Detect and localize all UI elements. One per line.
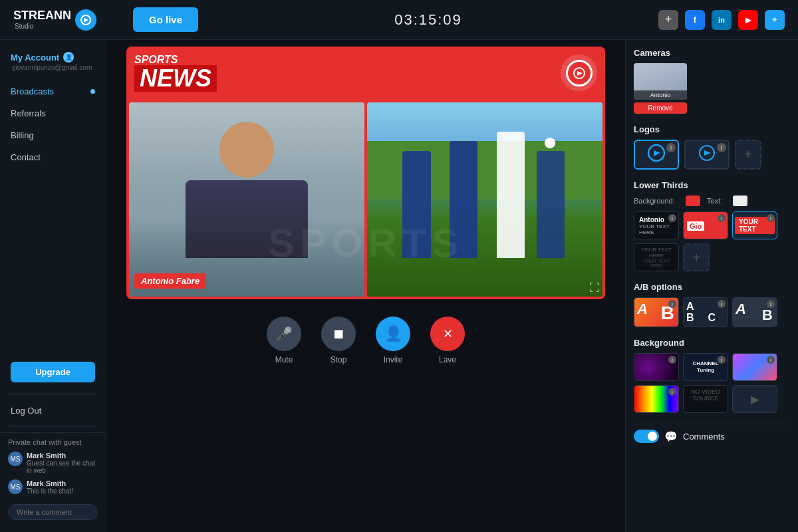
logo-thumb-2[interactable]: i — [684, 140, 730, 170]
bg-color-swatch[interactable] — [686, 196, 700, 206]
lt-placeholder-sub-4: YOUR TEXT HERE — [636, 259, 676, 268]
bg-thumb-gradient[interactable]: i — [732, 353, 777, 381]
brand-logo-inner — [566, 60, 593, 86]
bg-thumb-channel[interactable]: CHANNEL Tuning i — [683, 353, 728, 381]
mute-control[interactable]: 🎤 Mute — [267, 317, 301, 364]
video-feeds: Antonio Fabre — [126, 100, 605, 299]
ab-thumb-1[interactable]: A B i — [634, 297, 679, 327]
chat-user-msg-1: Guest can see the chat in web — [27, 460, 98, 474]
top-bar: STREANN Studio Go live 03:15:09 + f in ▶… — [0, 0, 798, 40]
sidebar-item-billing[interactable]: Billing — [0, 124, 106, 146]
person-name-tag: Antonio Fabre — [134, 273, 206, 289]
sidebar-account: My Account 👤 giovannipunzo@gmail.com — [0, 47, 106, 74]
add-destination-button[interactable]: + — [658, 10, 678, 30]
bg-thumb-rainbow[interactable]: i — [634, 385, 679, 413]
bg-info-4[interactable]: i — [668, 388, 676, 396]
ab-info-1[interactable]: i — [668, 300, 676, 308]
mute-label: Mute — [275, 355, 293, 364]
bg-info-3[interactable]: i — [767, 356, 775, 364]
comment-input[interactable] — [8, 504, 98, 520]
main-area: My Account 👤 giovannipunzo@gmail.com Bro… — [0, 40, 798, 532]
logo-2-info[interactable]: i — [717, 143, 726, 152]
sports-feed-bg — [367, 102, 602, 297]
lt-thumb-2[interactable]: Gio i — [683, 211, 728, 239]
youtube-icon[interactable]: ▶ — [738, 10, 758, 30]
bg-no-source: NO VIDEO SOURCE — [684, 386, 728, 404]
ab-b-3: B — [762, 307, 773, 324]
lt-info-1[interactable]: i — [668, 214, 676, 222]
go-live-button[interactable]: Go live — [133, 7, 198, 32]
background-list: i CHANNEL Tuning i i i NO VIDEO SOURCE ▶ — [634, 353, 790, 413]
fullscreen-button[interactable]: ⛶ — [589, 282, 600, 294]
twitch-icon[interactable]: ⌖ — [765, 10, 785, 30]
logout-item[interactable]: Log Out — [0, 400, 106, 421]
upgrade-button[interactable]: Upgrade — [11, 362, 95, 382]
bg-thumb-black[interactable]: NO VIDEO SOURCE — [683, 385, 728, 413]
ab-options-list: A B i A B C i A B i — [634, 297, 790, 327]
chat-user-2: MS Mark Smith This is the chat! — [8, 479, 98, 495]
chat-avatar-1: MS — [8, 452, 23, 466]
sidebar-item-contact[interactable]: Contact — [0, 146, 106, 168]
invite-control[interactable]: 👤 Invite — [376, 317, 410, 364]
app-icon — [75, 9, 96, 31]
bg-info-1[interactable]: i — [668, 356, 676, 364]
add-logo-button[interactable]: + — [735, 140, 761, 170]
ab-info-2[interactable]: i — [718, 300, 726, 308]
color-options: Background: Text: — [634, 196, 790, 206]
private-chat-title: Private chat with guest — [8, 438, 98, 446]
cameras-title: Cameras — [634, 48, 790, 58]
account-label[interactable]: My Account 👤 — [11, 52, 95, 63]
cameras-section: Cameras Antonio Remove — [634, 48, 790, 114]
invite-label: Invite — [384, 355, 403, 364]
ab-thumb-2[interactable]: A B C i — [683, 297, 728, 327]
lt-thumb-1[interactable]: Antonio YOUR TEXT HERE i — [634, 211, 679, 239]
ab-info-3[interactable]: i — [767, 300, 775, 308]
video-container: SPORTS NEWS — [126, 47, 605, 299]
sidebar: My Account 👤 giovannipunzo@gmail.com Bro… — [0, 40, 106, 532]
broadcast-area: SPORTS NEWS — [126, 47, 605, 525]
add-lower-third-button[interactable]: + — [683, 243, 710, 271]
lt-name-2: Gio — [687, 221, 704, 231]
sidebar-item-broadcasts[interactable]: Broadcasts — [0, 80, 106, 102]
stop-control[interactable]: ⏹ Stop — [321, 317, 356, 364]
camera-item-1: Antonio Remove — [634, 63, 687, 114]
mute-icon: 🎤 — [267, 317, 301, 351]
lt-thumb-3[interactable]: YOUR TEXT i — [732, 211, 777, 239]
camera-remove-button[interactable]: Remove — [634, 102, 687, 114]
right-panel: Cameras Antonio Remove Logos — [625, 40, 798, 532]
logos-title: Logos — [634, 124, 790, 134]
comments-label: Comments — [683, 432, 725, 442]
ab-a-3: A — [735, 301, 746, 318]
bg-info-2[interactable]: i — [718, 356, 726, 364]
lower-thirds-title: Lower Thirds — [634, 180, 790, 190]
brand-logo-overlay — [561, 55, 597, 91]
active-dot — [90, 89, 95, 94]
bg-thumb-1[interactable]: i — [634, 353, 679, 381]
lt-info-2[interactable]: i — [718, 214, 726, 222]
background-section: Background i CHANNEL Tuning i i i NO VID… — [634, 338, 790, 413]
linkedin-icon[interactable]: in — [712, 10, 732, 30]
comments-toggle[interactable] — [634, 430, 659, 443]
text-color-swatch[interactable] — [733, 196, 747, 206]
private-chat: Private chat with guest MS Mark Smith Gu… — [0, 432, 106, 525]
center-content: SPORTS NEWS — [106, 40, 625, 532]
facebook-icon[interactable]: f — [685, 10, 705, 30]
logo-2-icon — [698, 144, 716, 166]
chat-user-name-2: Mark Smith — [27, 479, 98, 487]
chat-user-msg-2: This is the chat! — [27, 487, 98, 495]
lt-subtext-1: YOUR TEXT HERE — [636, 223, 676, 235]
ab-thumb-3[interactable]: A B i — [732, 297, 777, 327]
logo-1-info[interactable]: i — [666, 143, 676, 152]
sports-news-overlay: SPORTS NEWS — [134, 55, 217, 92]
sidebar-item-referrals[interactable]: Referrals — [0, 102, 106, 124]
lt-thumb-4[interactable]: YOUR TEXT HERE YOUR TEXT HERE — [634, 243, 679, 271]
lt-info-3[interactable]: i — [767, 214, 775, 222]
leave-control[interactable]: ✕ Lave — [430, 317, 465, 364]
bg-thumb-more[interactable]: ▶ — [732, 385, 777, 413]
news-label: NEWS — [134, 65, 217, 92]
feed-person: Antonio Fabre — [129, 102, 364, 297]
social-icons-bar: + f in ▶ ⌖ — [658, 10, 785, 30]
feed-sports — [367, 102, 602, 297]
logo-thumb-1[interactable]: i — [634, 140, 679, 170]
camera-thumb-1[interactable]: Antonio — [634, 63, 687, 100]
